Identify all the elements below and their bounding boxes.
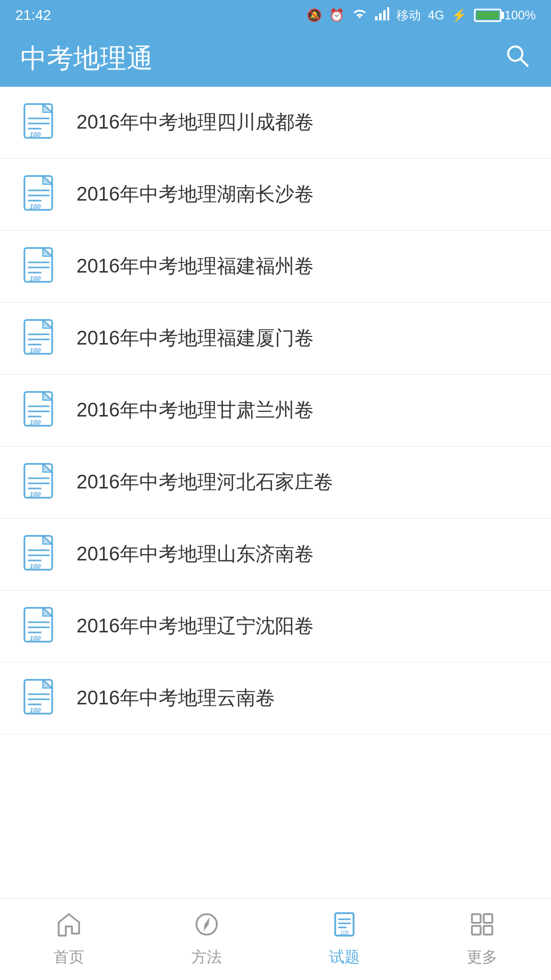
compass-icon <box>193 911 220 942</box>
svg-text:100: 100 <box>30 706 41 714</box>
nav-label-exam: 试题 <box>329 947 360 968</box>
battery-bar <box>474 9 502 22</box>
nav-label-more: 更多 <box>467 947 497 968</box>
nav-item-more[interactable]: 更多 <box>413 899 551 980</box>
app-title: 中考地理通 <box>20 41 153 77</box>
svg-text:100: 100 <box>30 419 41 426</box>
status-bar: 21:42 🔕 ⏰ 移动 4G ⚡ <box>0 0 551 31</box>
exam-doc-icon: 100 <box>331 911 358 942</box>
exam-item-label: 2016年中考地理甘肃兰州卷 <box>77 398 314 423</box>
battery-percent: 100% <box>505 8 536 22</box>
svg-rect-67 <box>484 926 492 935</box>
list-item[interactable]: 100 2016年中考地理山东济南卷 <box>0 519 551 591</box>
nav-label-home: 首页 <box>54 947 84 968</box>
svg-marker-61 <box>204 917 210 932</box>
svg-rect-2 <box>383 10 386 20</box>
exam-item-label: 2016年中考地理福建福州卷 <box>77 254 314 279</box>
svg-text:100: 100 <box>30 131 41 138</box>
svg-rect-0 <box>375 16 378 20</box>
svg-rect-1 <box>379 13 382 20</box>
exam-paper-icon: 100 <box>20 534 61 575</box>
carrier-label: 移动 <box>396 7 421 23</box>
nav-item-home[interactable]: 首页 <box>0 899 138 980</box>
grid-icon <box>469 911 495 942</box>
svg-rect-64 <box>472 914 481 923</box>
exam-item-label: 2016年中考地理河北石家庄卷 <box>77 470 333 495</box>
battery-container: 100% <box>474 8 536 22</box>
svg-text:100: 100 <box>340 930 349 936</box>
exam-list: 100 2016年中考地理四川成都卷 100 2016年中考地理湖南长沙卷 <box>0 87 551 734</box>
network-label: 4G <box>428 8 444 22</box>
home-icon <box>56 911 82 942</box>
exam-paper-icon: 100 <box>20 102 61 143</box>
charge-icon: ⚡ <box>452 8 467 22</box>
svg-rect-65 <box>484 914 492 923</box>
exam-paper-icon: 100 <box>20 462 61 503</box>
nav-item-exam[interactable]: 100 试题 <box>276 899 413 980</box>
svg-text:100: 100 <box>30 203 41 210</box>
bottom-nav: 首页 方法 100 试题 更多 <box>0 898 551 980</box>
exam-paper-icon: 100 <box>20 678 61 719</box>
nav-label-method: 方法 <box>191 947 222 968</box>
nav-item-method[interactable]: 方法 <box>138 899 276 980</box>
svg-text:100: 100 <box>30 562 41 570</box>
status-icons: 🔕 ⏰ 移动 4G ⚡ 100% <box>307 7 536 23</box>
exam-paper-icon: 100 <box>20 318 61 359</box>
exam-item-label: 2016年中考地理四川成都卷 <box>77 110 314 135</box>
app-header: 中考地理通 <box>0 31 551 87</box>
list-item[interactable]: 100 2016年中考地理辽宁沈阳卷 <box>0 591 551 663</box>
svg-text:100: 100 <box>30 634 41 642</box>
list-item[interactable]: 100 2016年中考地理福建厦门卷 <box>0 303 551 375</box>
muted-bell-icon: 🔕 <box>307 8 322 22</box>
svg-rect-3 <box>387 7 389 20</box>
list-item[interactable]: 100 2016年中考地理四川成都卷 <box>0 87 551 159</box>
list-item[interactable]: 100 2016年中考地理福建福州卷 <box>0 231 551 303</box>
svg-text:100: 100 <box>30 347 41 354</box>
status-time: 21:42 <box>15 7 51 23</box>
wifi-icon <box>352 7 368 23</box>
exam-paper-icon: 100 <box>20 606 61 647</box>
exam-item-label: 2016年中考地理福建厦门卷 <box>77 326 314 351</box>
list-item[interactable]: 100 2016年中考地理湖南长沙卷 <box>0 159 551 231</box>
exam-item-label: 2016年中考地理辽宁沈阳卷 <box>77 614 314 639</box>
signal-icon <box>375 7 389 23</box>
battery-fill <box>477 11 499 19</box>
svg-rect-66 <box>472 926 481 935</box>
svg-line-5 <box>520 59 528 66</box>
exam-item-label: 2016年中考地理云南卷 <box>77 685 275 710</box>
exam-paper-icon: 100 <box>20 246 61 287</box>
exam-item-label: 2016年中考地理山东济南卷 <box>77 542 314 567</box>
list-item[interactable]: 100 2016年中考地理河北石家庄卷 <box>0 447 551 519</box>
exam-paper-icon: 100 <box>20 390 61 431</box>
search-button[interactable] <box>504 42 531 75</box>
svg-text:100: 100 <box>30 491 41 498</box>
alarm-icon: ⏰ <box>329 8 344 22</box>
list-item[interactable]: 100 2016年中考地理云南卷 <box>0 663 551 734</box>
exam-item-label: 2016年中考地理湖南长沙卷 <box>77 182 314 207</box>
exam-paper-icon: 100 <box>20 174 61 215</box>
svg-text:100: 100 <box>30 275 41 282</box>
list-item[interactable]: 100 2016年中考地理甘肃兰州卷 <box>0 375 551 447</box>
